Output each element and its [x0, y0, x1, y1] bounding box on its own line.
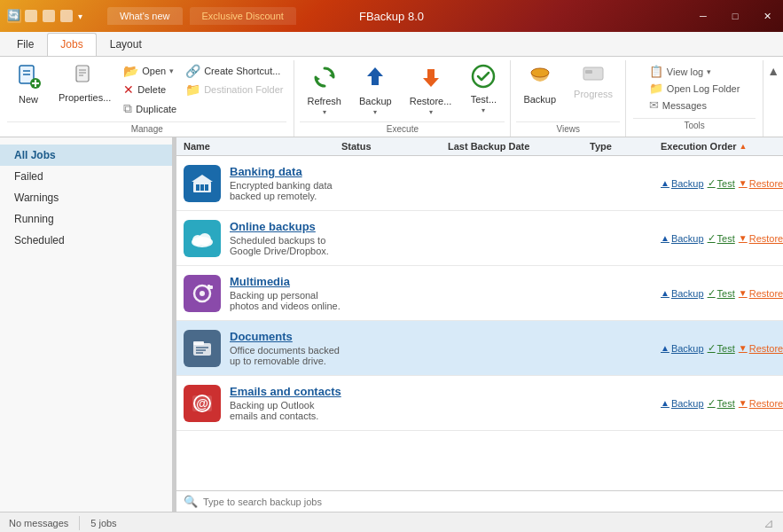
test-link-emails[interactable]: ✓ Test [708, 397, 735, 409]
tab-file[interactable]: File [4, 33, 47, 56]
test-link-multimedia[interactable]: ✓ Test [708, 287, 735, 299]
shortcut-icon: 🔗 [185, 64, 200, 78]
backup-execute-button[interactable]: Backup ▾ [352, 60, 399, 120]
backup-arrow-online: ▲ [661, 233, 669, 243]
test-execute-label: Test... [471, 94, 497, 105]
status-messages: No messages [9, 518, 68, 528]
backup-views-button[interactable]: Backup [516, 60, 563, 108]
backup-link-emails[interactable]: ▲ Backup [661, 398, 704, 409]
backup-link-multimedia[interactable]: ▲ Backup [661, 288, 704, 299]
job-info-online: Online backups Scheduled backups to Goog… [184, 220, 341, 257]
job-text-online: Online backups Scheduled backups to Goog… [230, 220, 341, 256]
refresh-button[interactable]: Refresh ▾ [300, 60, 348, 120]
job-name-multimedia[interactable]: Multimedia [230, 275, 341, 288]
whats-new-tab[interactable]: What's new [107, 7, 183, 25]
svg-text:@: @ [196, 396, 208, 411]
new-label: New [19, 94, 38, 105]
maximize-button[interactable]: □ [719, 0, 751, 32]
sidebar: All Jobs Failed Warnings Running Schedul… [0, 137, 173, 512]
duplicate-button[interactable]: ⧉ Duplicate [120, 99, 180, 118]
delete-button[interactable]: ✕ Delete [120, 81, 180, 98]
open-label: Open [142, 66, 166, 76]
destination-folder-button[interactable]: 📁 Destination Folder [182, 81, 286, 98]
shortcut-col: 🔗 Create Shortcut... 📁 Destination Folde… [182, 62, 286, 98]
job-name-online[interactable]: Online backups [230, 220, 341, 233]
view-log-icon: 📋 [649, 65, 663, 78]
messages-button[interactable]: ✉ Messages [646, 98, 710, 113]
ribbon-collapse-button[interactable]: ▲ [763, 60, 783, 82]
view-log-button[interactable]: 📋 View log ▾ [646, 64, 715, 79]
open-icon: 📂 [123, 64, 138, 78]
col-execution-order: Execution Order ▲ [661, 141, 776, 152]
search-input[interactable] [203, 497, 776, 507]
restore-link-documents[interactable]: ▼ Restore [739, 343, 783, 354]
job-actions-emails: ▲ Backup ✓ Test ▼ Restore [661, 397, 776, 409]
test-link-banking[interactable]: ✓ Test [708, 177, 735, 189]
backup-execute-icon [362, 64, 388, 94]
restore-link-multimedia[interactable]: ▼ Restore [739, 288, 783, 299]
close-button[interactable]: ✕ [751, 0, 783, 32]
open-log-folder-button[interactable]: 📁 Open Log Folder [646, 81, 744, 96]
svg-rect-31 [193, 343, 211, 356]
job-icon-documents [184, 330, 221, 367]
svg-point-26 [199, 233, 211, 246]
sidebar-item-warnings[interactable]: Warnings [0, 187, 172, 208]
test-link-online[interactable]: ✓ Test [708, 232, 735, 244]
manage-small-btns: 📂 Open ▾ ✕ Delete ⧉ Duplicate [120, 62, 180, 118]
messages-label: Messages [662, 100, 707, 111]
backup-arrow: ▾ [373, 108, 377, 116]
tab-layout[interactable]: Layout [97, 33, 155, 56]
open-button[interactable]: 📂 Open ▾ [120, 62, 180, 80]
svg-rect-23 [205, 184, 208, 191]
svg-rect-18 [585, 70, 592, 74]
job-name-banking[interactable]: Banking data [230, 165, 341, 178]
sidebar-item-failed[interactable]: Failed [0, 166, 172, 187]
destination-icon: 📁 [185, 82, 200, 97]
test-execute-icon [471, 64, 496, 92]
svg-rect-21 [196, 184, 200, 191]
tab-jobs[interactable]: Jobs [47, 33, 96, 56]
main-layout: All Jobs Failed Warnings Running Schedul… [0, 137, 783, 512]
job-info-documents: Documents Office documents backed up to … [184, 330, 341, 367]
job-desc-multimedia: Backing up personal photos and videos on… [230, 290, 341, 311]
job-actions-online: ▲ Backup ✓ Test ▼ Restore [661, 232, 776, 244]
sidebar-item-all-jobs[interactable]: All Jobs [0, 145, 172, 166]
minimize-button[interactable]: ─ [687, 0, 719, 32]
backup-link-online[interactable]: ▲ Backup [661, 233, 704, 244]
restore-link-emails[interactable]: ▼ Restore [739, 398, 783, 409]
col-last-backup-date: Last Backup Date [448, 141, 590, 152]
properties-icon [74, 64, 97, 90]
test-execute-button[interactable]: Test... ▾ [462, 60, 505, 118]
progress-button[interactable]: Progress [567, 60, 620, 103]
job-name-emails[interactable]: Emails and contacts [230, 385, 341, 398]
resize-handle[interactable]: ⊿ [763, 516, 774, 530]
restore-execute-icon [418, 64, 444, 94]
restore-execute-label: Restore... [410, 96, 452, 106]
create-shortcut-button[interactable]: 🔗 Create Shortcut... [182, 62, 286, 80]
backup-link-documents[interactable]: ▲ Backup [661, 343, 704, 354]
restore-link-online[interactable]: ▼ Restore [739, 233, 783, 244]
restore-execute-button[interactable]: Restore... ▾ [403, 60, 459, 120]
sidebar-item-scheduled[interactable]: Scheduled [0, 230, 172, 251]
job-text-multimedia: Multimedia Backing up personal photos an… [230, 275, 341, 311]
restore-arrow-online: ▼ [739, 233, 748, 243]
backup-arrow-multimedia: ▲ [661, 288, 669, 298]
new-button[interactable]: New [7, 60, 50, 108]
job-list: Banking data Encrypted banking data back… [176, 156, 783, 490]
sidebar-item-running[interactable]: Running [0, 208, 172, 230]
backup-link-banking[interactable]: ▲ Backup [661, 178, 704, 189]
exclusive-discount-tab[interactable]: Exclusive Discount [190, 7, 296, 25]
view-log-label: View log [667, 66, 703, 77]
test-link-documents[interactable]: ✓ Test [708, 342, 735, 354]
svg-rect-22 [200, 184, 204, 191]
refresh-icon [311, 64, 338, 94]
test-check-multimedia: ✓ [708, 287, 716, 299]
restore-link-banking[interactable]: ▼ Restore [739, 178, 783, 189]
delete-label: Delete [137, 84, 166, 95]
job-icon-multimedia [184, 275, 221, 312]
quick-access-arrow[interactable]: ▾ [78, 12, 82, 21]
job-info-banking: Banking data Encrypted banking data back… [184, 165, 341, 202]
job-name-documents[interactable]: Documents [230, 330, 341, 343]
col-status: Status [341, 141, 448, 152]
properties-button[interactable]: Properties... [51, 60, 118, 106]
